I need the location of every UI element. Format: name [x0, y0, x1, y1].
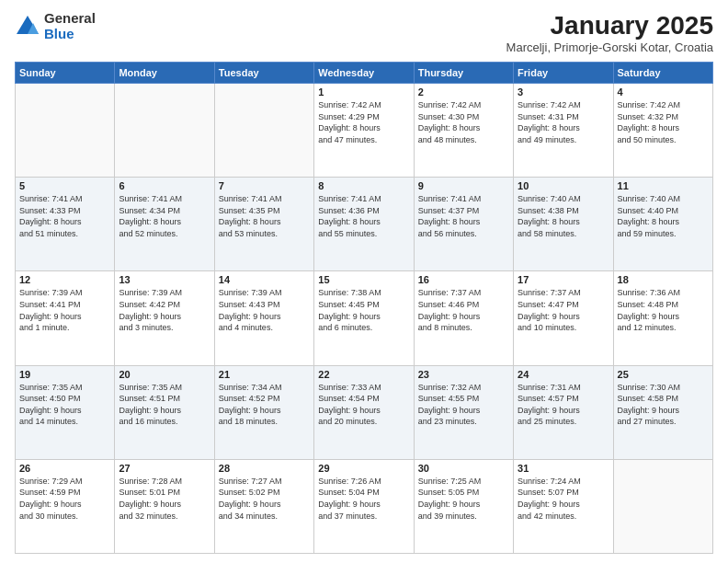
table-row: 26Sunrise: 7:29 AM Sunset: 4:59 PM Dayli…	[16, 459, 115, 553]
table-row: 27Sunrise: 7:28 AM Sunset: 5:01 PM Dayli…	[115, 459, 214, 553]
table-row: 8Sunrise: 7:41 AM Sunset: 4:36 PM Daylig…	[314, 178, 414, 271]
logo-general-label: General	[44, 11, 96, 27]
table-row: 14Sunrise: 7:39 AM Sunset: 4:43 PM Dayli…	[214, 271, 313, 365]
table-row: 5Sunrise: 7:41 AM Sunset: 4:33 PM Daylig…	[16, 178, 115, 271]
day-info: Sunrise: 7:29 AM Sunset: 4:59 PM Dayligh…	[19, 476, 110, 522]
table-row: 29Sunrise: 7:26 AM Sunset: 5:04 PM Dayli…	[314, 459, 414, 553]
day-info: Sunrise: 7:40 AM Sunset: 4:38 PM Dayligh…	[518, 193, 609, 239]
table-row: 19Sunrise: 7:35 AM Sunset: 4:50 PM Dayli…	[16, 365, 115, 459]
table-row: 16Sunrise: 7:37 AM Sunset: 4:46 PM Dayli…	[414, 271, 513, 365]
day-info: Sunrise: 7:36 AM Sunset: 4:48 PM Dayligh…	[618, 287, 709, 333]
table-row: 12Sunrise: 7:39 AM Sunset: 4:41 PM Dayli…	[16, 271, 115, 365]
day-info: Sunrise: 7:42 AM Sunset: 4:32 PM Dayligh…	[618, 99, 709, 145]
day-number: 30	[418, 463, 509, 474]
col-monday: Monday	[115, 63, 214, 84]
calendar-week-row: 26Sunrise: 7:29 AM Sunset: 4:59 PM Dayli…	[16, 459, 713, 553]
calendar-week-row: 1Sunrise: 7:42 AM Sunset: 4:29 PM Daylig…	[16, 84, 713, 178]
day-number: 1	[318, 86, 409, 98]
calendar-header-row: Sunday Monday Tuesday Wednesday Thursday…	[16, 63, 713, 84]
table-row	[115, 84, 214, 178]
table-row: 4Sunrise: 7:42 AM Sunset: 4:32 PM Daylig…	[613, 84, 712, 178]
table-row: 11Sunrise: 7:40 AM Sunset: 4:40 PM Dayli…	[613, 178, 712, 271]
day-number: 16	[418, 274, 509, 285]
day-info: Sunrise: 7:41 AM Sunset: 4:37 PM Dayligh…	[418, 193, 509, 239]
day-number: 29	[318, 463, 409, 474]
day-info: Sunrise: 7:42 AM Sunset: 4:30 PM Dayligh…	[418, 99, 509, 145]
table-row: 24Sunrise: 7:31 AM Sunset: 4:57 PM Dayli…	[514, 365, 613, 459]
day-number: 11	[618, 180, 709, 191]
day-number: 24	[518, 369, 609, 380]
title-block: January 2025 Marcelji, Primorje-Gorski K…	[506, 11, 713, 54]
day-number: 20	[119, 369, 210, 380]
table-row: 23Sunrise: 7:32 AM Sunset: 4:55 PM Dayli…	[414, 365, 513, 459]
day-info: Sunrise: 7:35 AM Sunset: 4:51 PM Dayligh…	[119, 382, 210, 428]
col-saturday: Saturday	[613, 63, 712, 84]
day-number: 17	[518, 274, 609, 285]
day-info: Sunrise: 7:25 AM Sunset: 5:05 PM Dayligh…	[418, 476, 509, 522]
day-info: Sunrise: 7:41 AM Sunset: 4:36 PM Dayligh…	[318, 193, 409, 239]
table-row: 7Sunrise: 7:41 AM Sunset: 4:35 PM Daylig…	[214, 178, 313, 271]
day-number: 12	[19, 274, 110, 285]
day-number: 28	[219, 463, 310, 474]
logo-text: General Blue	[44, 11, 96, 41]
day-number: 23	[418, 369, 509, 380]
table-row: 10Sunrise: 7:40 AM Sunset: 4:38 PM Dayli…	[514, 178, 613, 271]
day-number: 4	[618, 86, 709, 98]
table-row: 9Sunrise: 7:41 AM Sunset: 4:37 PM Daylig…	[414, 178, 513, 271]
calendar-week-row: 12Sunrise: 7:39 AM Sunset: 4:41 PM Dayli…	[16, 271, 713, 365]
col-thursday: Thursday	[414, 63, 513, 84]
day-number: 15	[318, 274, 409, 285]
col-friday: Friday	[514, 63, 613, 84]
day-info: Sunrise: 7:28 AM Sunset: 5:01 PM Dayligh…	[119, 476, 210, 522]
col-wednesday: Wednesday	[314, 63, 414, 84]
page: General Blue January 2025 Marcelji, Prim…	[0, 0, 728, 563]
day-number: 18	[618, 274, 709, 285]
day-number: 21	[219, 369, 310, 380]
day-info: Sunrise: 7:34 AM Sunset: 4:52 PM Dayligh…	[219, 382, 310, 428]
day-info: Sunrise: 7:38 AM Sunset: 4:45 PM Dayligh…	[318, 287, 409, 333]
table-row: 22Sunrise: 7:33 AM Sunset: 4:54 PM Dayli…	[314, 365, 414, 459]
day-info: Sunrise: 7:41 AM Sunset: 4:34 PM Dayligh…	[119, 193, 210, 239]
table-row: 13Sunrise: 7:39 AM Sunset: 4:42 PM Dayli…	[115, 271, 214, 365]
day-number: 5	[19, 180, 110, 191]
table-row: 20Sunrise: 7:35 AM Sunset: 4:51 PM Dayli…	[115, 365, 214, 459]
table-row: 1Sunrise: 7:42 AM Sunset: 4:29 PM Daylig…	[314, 84, 414, 178]
day-number: 13	[119, 274, 210, 285]
day-number: 2	[418, 86, 509, 98]
table-row: 18Sunrise: 7:36 AM Sunset: 4:48 PM Dayli…	[613, 271, 712, 365]
day-number: 14	[219, 274, 310, 285]
day-number: 22	[318, 369, 409, 380]
day-number: 27	[119, 463, 210, 474]
table-row: 3Sunrise: 7:42 AM Sunset: 4:31 PM Daylig…	[514, 84, 613, 178]
calendar-table: Sunday Monday Tuesday Wednesday Thursday…	[15, 62, 713, 554]
day-info: Sunrise: 7:39 AM Sunset: 4:43 PM Dayligh…	[219, 287, 310, 333]
day-number: 9	[418, 180, 509, 191]
day-info: Sunrise: 7:33 AM Sunset: 4:54 PM Dayligh…	[318, 382, 409, 428]
day-info: Sunrise: 7:39 AM Sunset: 4:42 PM Dayligh…	[119, 287, 210, 333]
day-info: Sunrise: 7:40 AM Sunset: 4:40 PM Dayligh…	[618, 193, 709, 239]
table-row	[16, 84, 115, 178]
table-row: 21Sunrise: 7:34 AM Sunset: 4:52 PM Dayli…	[214, 365, 313, 459]
day-info: Sunrise: 7:37 AM Sunset: 4:47 PM Dayligh…	[518, 287, 609, 333]
logo-icon	[15, 14, 40, 40]
table-row	[613, 459, 712, 553]
table-row: 28Sunrise: 7:27 AM Sunset: 5:02 PM Dayli…	[214, 459, 313, 553]
table-row: 25Sunrise: 7:30 AM Sunset: 4:58 PM Dayli…	[613, 365, 712, 459]
day-number: 31	[518, 463, 609, 474]
col-tuesday: Tuesday	[214, 63, 313, 84]
day-info: Sunrise: 7:37 AM Sunset: 4:46 PM Dayligh…	[418, 287, 509, 333]
day-info: Sunrise: 7:35 AM Sunset: 4:50 PM Dayligh…	[19, 382, 110, 428]
col-sunday: Sunday	[16, 63, 115, 84]
day-number: 25	[618, 369, 709, 380]
day-info: Sunrise: 7:30 AM Sunset: 4:58 PM Dayligh…	[618, 382, 709, 428]
day-info: Sunrise: 7:32 AM Sunset: 4:55 PM Dayligh…	[418, 382, 509, 428]
day-info: Sunrise: 7:42 AM Sunset: 4:31 PM Dayligh…	[518, 99, 609, 145]
day-number: 26	[19, 463, 110, 474]
table-row: 31Sunrise: 7:24 AM Sunset: 5:07 PM Dayli…	[514, 459, 613, 553]
day-info: Sunrise: 7:26 AM Sunset: 5:04 PM Dayligh…	[318, 476, 409, 522]
day-number: 8	[318, 180, 409, 191]
location: Marcelji, Primorje-Gorski Kotar, Croatia	[506, 40, 713, 54]
header: General Blue January 2025 Marcelji, Prim…	[15, 11, 713, 54]
day-info: Sunrise: 7:24 AM Sunset: 5:07 PM Dayligh…	[518, 476, 609, 522]
day-info: Sunrise: 7:41 AM Sunset: 4:33 PM Dayligh…	[19, 193, 110, 239]
